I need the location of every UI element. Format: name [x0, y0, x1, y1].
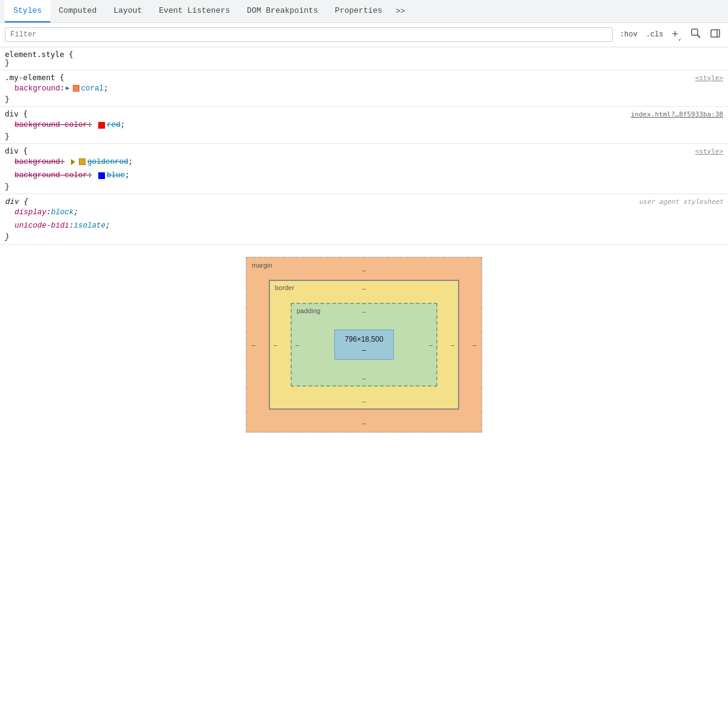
rule-close-brace: } [5, 132, 10, 141]
sidebar-toggle-button[interactable] [707, 27, 723, 42]
prop-name: background-color [15, 169, 87, 183]
expand-arrow-icon[interactable] [71, 159, 75, 165]
prop-line-unicode-bidi: unicode-bidi : isolate ; [15, 219, 723, 233]
rule-source[interactable]: index.html?…8f5933ba:38 [631, 110, 723, 118]
margin-right-value: – [473, 341, 476, 348]
styles-panel: element.style { } .my-element { <style> … [0, 47, 728, 245]
prop-value: goldenrod [87, 155, 129, 169]
content-bottom-dash: – [362, 346, 366, 354]
color-swatch[interactable] [79, 158, 86, 165]
color-swatch[interactable] [73, 85, 79, 92]
rule-header: element.style { [5, 50, 723, 59]
box-model: margin – – – – border – – – – padding – [246, 257, 482, 433]
border-left-value: – [274, 341, 277, 348]
expand-triangle-icon[interactable]: ▶ [66, 83, 70, 94]
prop-value: blue [107, 169, 125, 183]
border-bottom-value: – [362, 398, 366, 405]
rule-body: background : goldenrod ; background-colo… [5, 155, 723, 183]
prop-line: background : ▶ coral ; [15, 82, 723, 96]
paint-button[interactable] [688, 27, 704, 42]
cls-button[interactable]: .cls [644, 29, 666, 40]
border-label: border [275, 284, 294, 291]
plus-icon: +↙ [672, 28, 682, 42]
rule-my-element: .my-element { <style> background : ▶ cor… [0, 70, 728, 107]
tab-bar: Styles Computed Layout Event Listeners D… [0, 0, 728, 23]
rule-selector: .my-element { [5, 73, 64, 82]
rule-header: div { <style> [5, 146, 723, 155]
add-rule-button[interactable]: +↙ [669, 27, 684, 43]
color-swatch[interactable] [98, 172, 105, 179]
rule-div-3: div { user agent stylesheet display : bl… [0, 194, 728, 245]
margin-label: margin [252, 262, 272, 269]
rule-header: div { user agent stylesheet [5, 197, 723, 206]
paint-icon [690, 28, 701, 41]
rule-selector: div { [5, 109, 28, 118]
rule-body: background-color : red ; [5, 118, 723, 132]
rule-source[interactable]: <style> [695, 74, 723, 82]
tab-computed[interactable]: Computed [50, 0, 105, 22]
margin-top-value: – [362, 266, 366, 274]
rule-close-brace: } [5, 233, 10, 242]
padding-top-value: – [362, 308, 366, 315]
prop-name: background [15, 155, 60, 169]
rule-header: .my-element { <style> [5, 73, 723, 82]
margin-left-value: – [252, 341, 255, 348]
styles-toolbar: :hov .cls +↙ [0, 23, 728, 47]
rule-close-brace: } [5, 183, 10, 191]
color-swatch[interactable] [98, 122, 105, 129]
margin-bottom-value: – [362, 419, 366, 427]
rule-body: display : block ; unicode-bidi : isolate… [5, 206, 723, 233]
tab-event-listeners[interactable]: Event Listeners [150, 0, 238, 22]
prop-name: background [15, 82, 60, 96]
hov-button[interactable]: :hov [618, 29, 640, 40]
rule-div-2: div { <style> background : goldenrod ; b… [0, 144, 728, 194]
rule-selector: div { [5, 146, 28, 155]
prop-value: block [51, 206, 74, 220]
tab-styles[interactable]: Styles [5, 0, 50, 22]
rule-source: user agent stylesheet [639, 198, 723, 206]
filter-input[interactable] [5, 27, 613, 42]
rule-close-brace: } [5, 95, 10, 104]
tab-properties[interactable]: Properties [326, 0, 391, 22]
prop-value: isolate [74, 219, 106, 233]
tab-dom-breakpoints[interactable]: DOM Breakpoints [238, 0, 326, 22]
prop-name: display [15, 206, 47, 220]
prop-name: unicode-bidi [15, 219, 69, 233]
rule-close-brace: } [5, 59, 10, 67]
border-right-value: – [451, 341, 454, 348]
padding-label: padding [297, 307, 320, 314]
rule-selector: element.style { [5, 50, 73, 59]
prop-line-background: background : goldenrod ; [15, 155, 723, 169]
svg-rect-1 [711, 30, 720, 37]
prop-line: background-color : red ; [15, 118, 723, 132]
prop-value: coral [81, 82, 104, 96]
toolbar-buttons: :hov .cls +↙ [618, 27, 723, 43]
box-model-section: margin – – – – border – – – – padding – [243, 257, 485, 433]
padding-right-value: – [429, 341, 433, 348]
border-top-value: – [362, 285, 366, 292]
prop-name: background-color [15, 118, 87, 132]
padding-left-value: – [295, 341, 299, 348]
tab-more[interactable]: >> [391, 1, 410, 22]
box-content: 796×18.500 – [334, 330, 394, 360]
content-size-value: 796×18.500 [345, 335, 383, 343]
prop-line-background-color: background-color : blue ; [15, 169, 723, 183]
rule-header: div { index.html?…8f5933ba:38 [5, 109, 723, 118]
rule-element-style: element.style { } [0, 47, 728, 70]
sidebar-icon [710, 28, 721, 41]
rule-selector: div { [5, 197, 28, 206]
tab-layout[interactable]: Layout [105, 0, 150, 22]
prop-line-display: display : block ; [15, 206, 723, 220]
rule-div-1: div { index.html?…8f5933ba:38 background… [0, 107, 728, 144]
prop-value: red [107, 118, 121, 132]
svg-rect-0 [692, 29, 698, 35]
padding-bottom-value: – [362, 374, 366, 382]
rule-body: background : ▶ coral ; [5, 82, 723, 96]
rule-source[interactable]: <style> [695, 147, 723, 155]
